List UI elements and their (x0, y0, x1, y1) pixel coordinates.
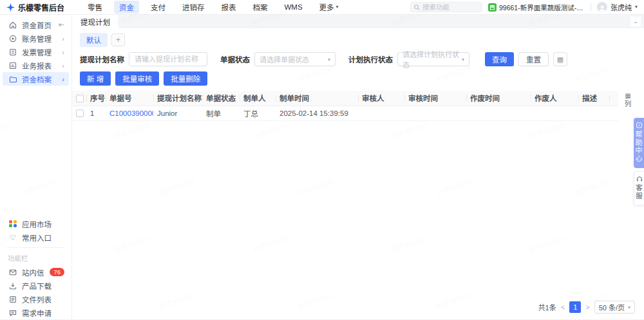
mail-icon (8, 268, 17, 276)
exec-status-select[interactable]: 请选择计划执行状态 ▾ (397, 52, 469, 66)
chevron-down-icon: ▾ (462, 57, 464, 62)
folder-icon (8, 75, 17, 83)
nav-funds[interactable]: 资金 (114, 1, 139, 14)
add-filter-chip-button[interactable]: + (111, 33, 125, 46)
batch-delete-button[interactable]: 批量删除 (164, 71, 207, 86)
column-header-auditor: 审核人 (358, 91, 404, 106)
prev-page-button[interactable]: < (561, 303, 565, 311)
column-header-audit-time: 审核时间 (404, 91, 466, 106)
search-input[interactable] (422, 3, 474, 11)
store-icon (488, 3, 497, 12)
column-header-doc-status: 单据状态 (202, 91, 240, 106)
query-button[interactable]: 查询 (485, 52, 514, 66)
tab-list-dropdown-icon[interactable]: ⌄ (630, 17, 641, 26)
sidebar-item-funds-home[interactable]: 资金首页 ⇤ (3, 18, 69, 32)
sidebar-item-inbox[interactable]: 站内信 76 (3, 265, 69, 279)
cell-auditor (358, 106, 404, 120)
caret-down-icon: ▾ (336, 5, 339, 10)
nav-wms[interactable]: WMS (279, 2, 308, 12)
tenant-name: 99661-新界面果蔬版测试-管理... (499, 3, 585, 12)
nav-more[interactable]: 更多 ▾ (314, 1, 344, 14)
caret-down-icon: ▾ (635, 5, 638, 10)
customer-service-label: 客服 (634, 184, 644, 200)
sidebar-item-label: 常用入口 (22, 232, 64, 243)
filter-chip-default[interactable]: 默认 (80, 33, 108, 47)
headset-icon (636, 176, 643, 182)
chevron-right-icon: › (62, 62, 64, 70)
filter-group-name: 提现计划名称 (80, 52, 207, 66)
table-header-row: 序号单据号提现计划名称单据状态制单人制单时间审核人审核时间作废时间作废人描述 (72, 91, 618, 106)
floating-side-tabs: 帮助中心 客服 (634, 118, 644, 205)
column-header-doc-no: 单据号 (106, 91, 153, 106)
top-navigation: 零售 资金 支付 进销存 报表 档案 WMS 更多 ▾ (82, 1, 344, 14)
doc-status-select[interactable]: 请选择单据状态 ▾ (254, 52, 336, 66)
sidebar-item-business-report[interactable]: 业务报表 › (3, 59, 69, 72)
page-number[interactable]: 1 (569, 301, 581, 313)
sidebar-item-product-download[interactable]: 产品下载 (3, 279, 69, 292)
select-all-checkbox[interactable] (76, 95, 84, 102)
table-actions: 新 增 批量审核 批量删除 (72, 70, 644, 91)
topbar: 乐檬零售后台 零售 资金 支付 进销存 报表 档案 WMS 更多 ▾ 99661… (0, 0, 644, 15)
add-button[interactable]: 新 增 (80, 71, 111, 86)
nav-archives[interactable]: 档案 (248, 1, 273, 14)
sidebar-item-accounting[interactable]: 账务管理 › (3, 32, 69, 45)
tab-strip: 提现计划 ⌄ (72, 15, 644, 28)
doc-no-link[interactable]: C100039000001 (109, 109, 153, 117)
withdraw-plan-panel: 默认 + 提现计划名称 单据状态 请选择单据状态 ▾ 计划执行状态 (72, 28, 644, 319)
nav-more-label: 更多 (319, 2, 334, 12)
filter-settings-button[interactable]: ▦ (553, 52, 567, 66)
sidebar-item-invoice[interactable]: 发票管理 › (3, 45, 69, 59)
cell-create-time: 2025-02-14 15:39:59 (276, 106, 358, 120)
withdraw-plan-table: 序号单据号提现计划名称单据状态制单人制单时间审核人审核时间作废时间作废人描述 1… (72, 91, 618, 121)
report-chart-icon (8, 62, 17, 70)
nav-inventory[interactable]: 进销存 (177, 1, 210, 14)
avatar (597, 2, 607, 12)
row-checkbox[interactable] (76, 109, 84, 117)
sidebar-spacer (0, 86, 71, 217)
cell-description (578, 106, 609, 120)
batch-audit-button[interactable]: 批量审核 (115, 71, 159, 86)
filter-bar: 提现计划名称 单据状态 请选择单据状态 ▾ 计划执行状态 请选择计划执行状态 ▾ (72, 50, 644, 70)
app-logo[interactable]: 乐檬零售后台 (6, 2, 76, 13)
ledger-icon (8, 35, 17, 42)
table-wrap: 序号单据号提现计划名称单据状态制单人制单时间审核人审核时间作废时间作废人描述 1… (72, 91, 644, 121)
global-search[interactable] (410, 2, 482, 12)
collapse-sidebar-icon[interactable]: ⇤ (59, 21, 64, 29)
column-header-create-time: 制单时间 (276, 91, 358, 106)
help-icon (636, 122, 642, 128)
sidebar-item-label: 需求申请 (22, 308, 64, 318)
sidebar: 资金首页 ⇤ 账务管理 › 发票管理 › 业务报表 › (0, 15, 72, 319)
tab-withdraw-plan[interactable]: 提现计划 (72, 15, 118, 28)
reset-button[interactable]: 重置 (518, 52, 549, 66)
nav-payment[interactable]: 支付 (146, 1, 171, 14)
help-center-tab[interactable]: 帮助中心 (634, 118, 644, 168)
sidebar-item-label: 文件列表 (22, 294, 64, 305)
sidebar-item-label: 应用市场 (22, 219, 64, 229)
heart-icon: ♡ (8, 233, 17, 242)
doc-status-placeholder: 请选择单据状态 (260, 54, 309, 64)
chevron-right-icon: › (62, 75, 64, 83)
sidebar-item-funds-archive[interactable]: 资金档案 › (3, 72, 69, 86)
customer-service-tab[interactable]: 客服 (634, 171, 644, 205)
filter-exec-label: 计划执行状态 (348, 54, 393, 64)
sidebar-item-app-market[interactable]: 应用市场 (3, 217, 69, 231)
divider (6, 247, 65, 248)
saved-filter-chips: 默认 + (72, 32, 644, 50)
sidebar-item-request[interactable]: 需求申请 (3, 306, 69, 319)
tenant-switcher[interactable]: 99661-新界面果蔬版测试-管理... (488, 3, 585, 12)
cell-void-time (466, 106, 531, 120)
next-page-button[interactable]: > (585, 303, 589, 311)
plan-name-input[interactable] (129, 52, 207, 66)
chevron-down-icon: ▾ (628, 305, 630, 310)
cell-filler (609, 106, 618, 120)
page-size-select[interactable]: 50 条/页 ▾ (594, 301, 635, 314)
sidebar-item-file-list[interactable]: 文件列表 (3, 292, 69, 306)
nav-retail[interactable]: 零售 (82, 1, 108, 14)
column-settings-button[interactable]: ▦ 列 (622, 92, 634, 108)
column-header-plan-name: 提现计划名称 (153, 91, 202, 106)
sidebar-item-common-entry[interactable]: ♡ 常用入口 (3, 231, 69, 244)
nav-reports[interactable]: 报表 (216, 1, 242, 14)
topbar-right: 99661-新界面果蔬版测试-管理... 张虎纯 ▾ (410, 2, 638, 12)
user-menu[interactable]: 张虎纯 ▾ (597, 2, 638, 12)
cell-audit-time (404, 106, 466, 120)
